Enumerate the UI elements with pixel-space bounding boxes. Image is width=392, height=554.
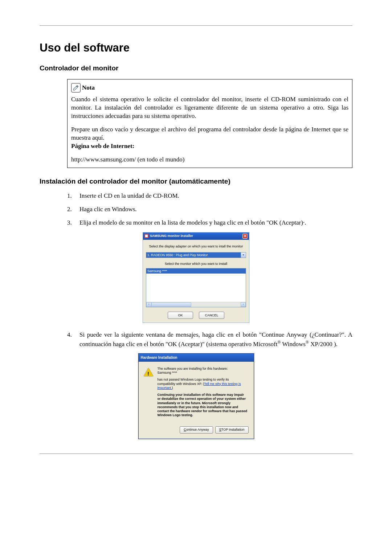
installer-instr2: Select the monitor which you want to ins… [146,262,246,266]
installer-instr1: Select the display adapter on which you … [146,244,246,249]
note-label: Nota [82,84,95,92]
top-rule [40,25,352,26]
adapter-selected: 1. RADEON 9550 : Plug and Play Monitor [146,253,241,258]
note-icon [71,83,81,93]
stop-installation-button[interactable]: STOP Installation [215,426,249,434]
step-num-2: 2. [67,205,79,214]
note-para2-group: Prepare un disco vacío y descargue el ar… [71,126,348,151]
hw-warning-bold: Continuing your installation of this sof… [158,393,248,418]
step-body-4: Si puede ver la siguiente ventana de men… [79,331,352,349]
scroll-left-icon[interactable]: ‹ [146,302,151,307]
hw-line3: has not passed Windows Logo testing to v… [158,378,248,390]
hw-hardware-name: Samsung **** [158,371,248,375]
warning-icon: ! [144,368,153,377]
continue-anyway-button[interactable]: Continue Anyway [180,426,213,434]
hw-titlebar: Hardware Installation [139,354,254,362]
adapter-dropdown[interactable]: 1. RADEON 9550 : Plug and Play Monitor ▼ [146,252,246,258]
reg-mark: ® [306,340,309,345]
note-url: http://www.samsung.com/ (en todo el mund… [71,156,348,164]
step-num-4: 4. [67,331,79,349]
note-box: Nota Cuando el sistema operativo le soli… [67,79,352,168]
note-para2: Prepare un disco vacío y descargue el ar… [71,126,348,141]
monitor-listbox[interactable]: Samsung **** ‹ › [146,268,246,307]
ok-button[interactable]: OK [168,312,193,319]
scroll-right-icon[interactable]: › [241,302,246,307]
close-icon[interactable]: ✕ [242,234,248,239]
scroll-thumb[interactable] [151,302,191,307]
section-instalacion: Instalación del controlador del monitor … [40,177,352,186]
bottom-rule [40,454,352,454]
step-body-3: Elija el modelo de su monitor en la list… [79,219,352,227]
hw-line1: The software you are installing for this… [158,367,248,371]
installer-titlebar: SAMSUNG monitor installer ✕ [143,233,249,240]
note-url-label: Página web de Internet: [71,143,134,149]
page-title: Uso del software [40,40,352,56]
note-para1: Cuando el sistema operativo le solicite … [71,95,348,120]
step-2: 2. Haga clic en Windows. [67,205,352,214]
step-num-3: 3. [67,219,79,227]
step-body-2: Haga clic en Windows. [79,205,352,214]
installer-icon [144,234,148,238]
step-4: 4. Si puede ver la siguiente ventana de … [67,331,352,349]
step-3: 3. Elija el modelo de su monitor en la l… [67,219,352,227]
listbox-scrollbar[interactable]: ‹ › [146,302,246,307]
cancel-button[interactable]: CANCEL [199,312,224,319]
hw-text: The software you are installing for this… [158,367,248,420]
chevron-down-icon[interactable]: ▼ [241,253,246,258]
step-1: 1. Inserte el CD en la unidad de CD-ROM. [67,192,352,200]
installer-dialog: SAMSUNG monitor installer ✕ Select the d… [143,232,249,323]
section-controlador: Controlador del monitor [40,63,352,73]
step-num-1: 1. [67,192,79,200]
hardware-installation-dialog: Hardware Installation ! The software you… [138,353,254,439]
step-body-1: Inserte el CD en la unidad de CD-ROM. [79,192,352,200]
monitor-selected-item[interactable]: Samsung **** [146,268,246,274]
installer-title: SAMSUNG monitor installer [150,234,193,238]
